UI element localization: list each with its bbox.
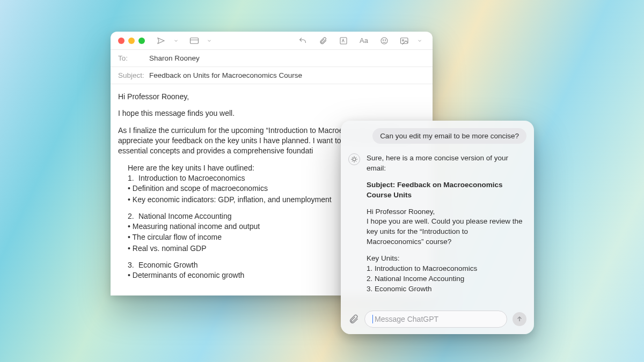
photo-icon[interactable] [399, 35, 410, 46]
chevron-down-icon[interactable] [204, 35, 215, 46]
emoji-icon[interactable] [379, 35, 390, 46]
assistant-greeting: Hi Professor Rooney, [367, 207, 526, 217]
mail-toolbar: Aa [111, 32, 433, 50]
body-p1: I hope this message finds you well. [118, 108, 425, 119]
chat-assistant-row: Sure, here is a more concise version of … [348, 153, 526, 306]
svg-point-4 [383, 40, 383, 40]
chat-input-placeholder: Message ChatGPT [375, 315, 438, 323]
reply-icon[interactable] [297, 35, 308, 46]
user-message: Can you edit my email to be more concise… [372, 128, 526, 144]
window-controls [118, 38, 145, 44]
close-icon[interactable] [118, 38, 125, 44]
assistant-subject: Subject: Feedback on Macroeconomics Cour… [367, 180, 526, 201]
chat-assistant-panel: Can you edit my email to be more concise… [341, 121, 534, 334]
send-button[interactable] [513, 312, 526, 326]
chat-input-row: Message ChatGPT [348, 311, 526, 328]
list-item: 3. Economic Growth [367, 284, 526, 294]
text-caret [372, 315, 373, 323]
attachment-icon[interactable] [348, 314, 359, 324]
svg-point-5 [385, 40, 385, 40]
svg-point-3 [381, 38, 387, 44]
subject-field[interactable]: Subject: Feedback on Units for Macroecon… [111, 67, 433, 84]
assistant-logo-icon [348, 153, 360, 165]
to-value: Sharon Rooney [149, 54, 200, 62]
header-fields-icon[interactable] [189, 35, 200, 46]
format-icon[interactable]: Aa [358, 35, 369, 46]
svg-point-8 [353, 158, 356, 161]
minimize-icon[interactable] [128, 38, 135, 44]
markup-icon[interactable] [338, 35, 349, 46]
attachment-icon[interactable] [318, 35, 328, 46]
chat-input[interactable]: Message ChatGPT [364, 311, 507, 328]
subject-value: Feedback on Units for Macroeconomics Cou… [149, 71, 302, 79]
svg-point-7 [402, 39, 404, 41]
chevron-down-icon[interactable] [414, 35, 425, 46]
assistant-message: Sure, here is a more concise version of … [367, 153, 526, 306]
send-icon[interactable] [156, 35, 166, 46]
zoom-icon[interactable] [138, 38, 145, 44]
chat-user-row: Can you edit my email to be more concise… [348, 128, 526, 144]
to-field[interactable]: To: Sharon Rooney [111, 50, 433, 67]
assistant-keyunits-label: Key Units: [367, 254, 526, 264]
body-greeting: Hi Professor Rooney, [118, 92, 425, 102]
svg-rect-0 [191, 38, 199, 43]
assistant-intro: Sure, here is a more concise version of … [367, 153, 526, 174]
list-item: 2. National Income Accounting [367, 274, 526, 284]
assistant-body-text: I hope you are well. Could you please re… [367, 217, 526, 247]
to-label: To: [118, 54, 149, 62]
chevron-down-icon[interactable] [171, 35, 181, 46]
list-item: 1. Introduction to Macroeconomics [367, 264, 526, 274]
subject-label: Subject: [118, 71, 149, 79]
